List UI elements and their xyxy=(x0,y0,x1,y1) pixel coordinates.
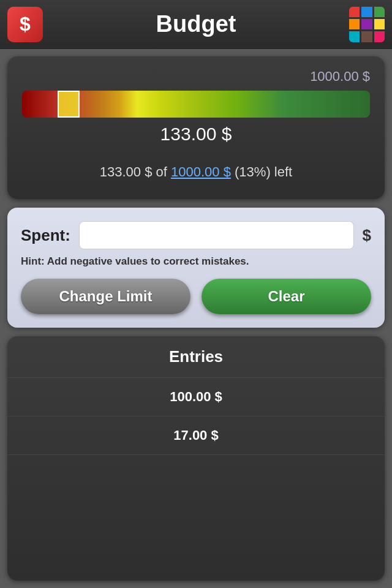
app-logo: $ xyxy=(7,7,43,42)
color-grid-icon[interactable] xyxy=(349,7,385,42)
spent-form-card: Spent: $ Hint: Add negative values to co… xyxy=(7,208,385,328)
budget-progress-bar xyxy=(22,91,370,118)
summary-prefix: 133.00 $ of xyxy=(100,164,167,179)
main-content: 1000.00 $ 133.00 $ 133.00 $ of 1000.00 $… xyxy=(0,49,392,588)
spent-display: 133.00 $ xyxy=(22,124,370,145)
change-limit-button[interactable]: Change Limit xyxy=(21,279,190,314)
form-buttons-row: Change Limit Clear xyxy=(21,279,371,314)
entries-list: 100.00 $ 17.00 $ xyxy=(7,378,385,455)
summary-limit-link[interactable]: 1000.00 $ xyxy=(171,164,231,179)
hint-text: Hint: Add negative values to correct mis… xyxy=(21,255,371,268)
table-row: 17.00 $ xyxy=(7,417,385,455)
currency-label: $ xyxy=(363,226,371,245)
bar-marker xyxy=(58,91,80,118)
entry-amount: 17.00 $ xyxy=(173,428,218,443)
entries-title: Entries xyxy=(7,336,385,378)
app-title: Budget xyxy=(156,11,236,37)
dollar-icon: $ xyxy=(20,13,31,36)
app-header: $ Budget xyxy=(0,0,392,49)
clear-button[interactable]: Clear xyxy=(202,279,371,314)
spent-label: Spent: xyxy=(21,226,70,245)
spent-input[interactable] xyxy=(79,221,354,249)
entry-amount: 100.00 $ xyxy=(170,389,222,405)
entries-section: Entries 100.00 $ 17.00 $ xyxy=(7,336,385,581)
summary-percent: (13%) left xyxy=(235,164,292,179)
table-row: 100.00 $ xyxy=(7,378,385,417)
budget-card: 1000.00 $ 133.00 $ 133.00 $ of 1000.00 $… xyxy=(7,56,385,199)
spent-input-row: Spent: $ xyxy=(21,221,371,249)
budget-limit-label: 1000.00 $ xyxy=(22,69,370,85)
budget-summary: 133.00 $ of 1000.00 $ (13%) left xyxy=(22,162,370,182)
